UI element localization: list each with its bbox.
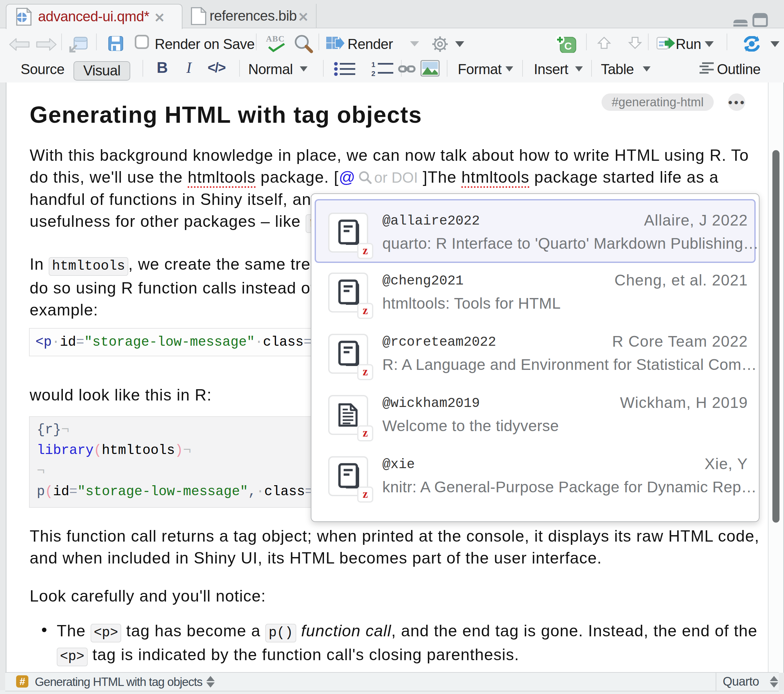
svg-text:C: C bbox=[564, 40, 572, 52]
